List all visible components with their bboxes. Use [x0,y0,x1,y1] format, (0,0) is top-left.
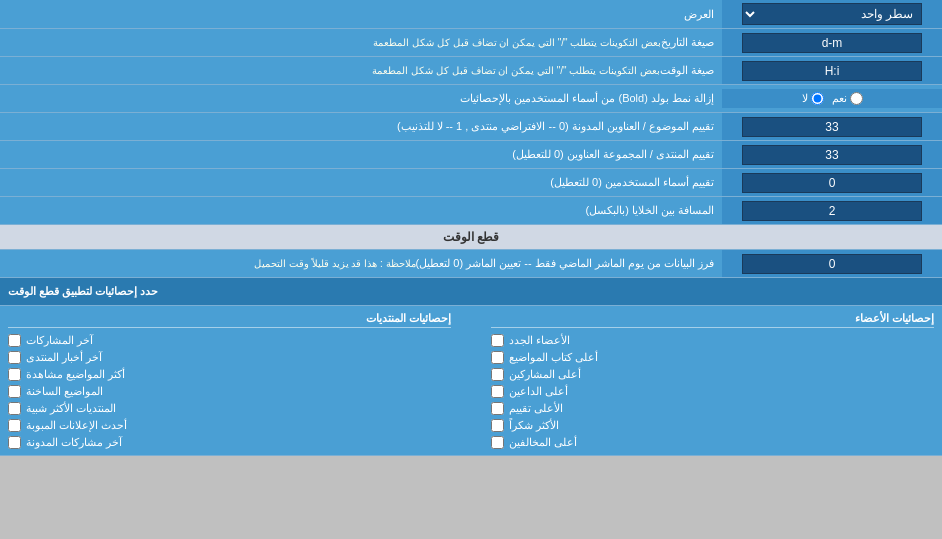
checkbox-col2-6[interactable] [491,436,504,449]
cell-distance-input[interactable]: 2 [742,201,922,221]
cell-distance-label: المسافة بين الخلايا (بالبكسل) [0,197,722,224]
date-format-input[interactable]: d-m [742,33,922,53]
display-label: العرض [0,3,722,26]
checkbox-col1-4[interactable] [8,402,21,415]
time-format-row: صيغة الوقت بعض التكوينات يتطلب "/" التي … [0,57,942,85]
forum-order-input[interactable]: 33 [742,145,922,165]
cell-distance-input-container: 2 [722,197,942,224]
bold-remove-no-label: لا [802,92,824,105]
checkbox-col2-1[interactable] [491,351,504,364]
checkbox-col1-0[interactable] [8,334,21,347]
time-format-label: صيغة الوقت بعض التكوينات يتطلب "/" التي … [0,57,722,84]
checkbox-col1-3[interactable] [8,385,21,398]
display-dropdown-container: سطر واحد سطرين ثلاثة أسطر [722,0,942,28]
topics-order-input[interactable]: 33 [742,117,922,137]
checkbox-item-col1-3: المواضيع الساخنة [8,385,451,398]
bold-remove-row: إزالة نمط بولد (Bold) من أسماء المستخدمي… [0,85,942,113]
checkbox-col2-5[interactable] [491,419,504,432]
checkbox-item-col2-5: الأكثر شكراً [491,419,934,432]
bold-remove-label: إزالة نمط بولد (Bold) من أسماء المستخدمي… [0,87,722,110]
checkbox-item-col1-1: آخر أخبار المنتدى [8,351,451,364]
bold-remove-yes-radio[interactable] [850,92,863,105]
cut-time-header: قطع الوقت [0,225,942,250]
checkbox-col1-2[interactable] [8,368,21,381]
filter-past-input-container: 0 [722,250,942,277]
checkbox-col2-3[interactable] [491,385,504,398]
display-row: العرض سطر واحد سطرين ثلاثة أسطر [0,0,942,29]
checkbox-item-col2-6: أعلى المخالفين [491,436,934,449]
checkbox-item-col2-2: أعلى المشاركين [491,368,934,381]
usernames-order-input[interactable]: 0 [742,173,922,193]
display-select[interactable]: سطر واحد سطرين ثلاثة أسطر [742,3,922,25]
bold-remove-yes-label: نعم [832,92,863,105]
checkbox-item-col1-0: آخر المشاركات [8,334,451,347]
forum-order-row: تقييم المنتدى / المجموعة العناوين (0 للت… [0,141,942,169]
time-format-input-container: H:i [722,57,942,84]
checkbox-col2-2[interactable] [491,368,504,381]
checkboxes-area: إحصائيات المنتديات آخر المشاركات آخر أخب… [0,306,942,455]
checkbox-col2-0[interactable] [491,334,504,347]
main-container: العرض سطر واحد سطرين ثلاثة أسطر صيغة الت… [0,0,942,456]
forum-order-label: تقييم المنتدى / المجموعة العناوين (0 للت… [0,141,722,168]
checkbox-item-col1-5: أحدث الإعلانات المبوبة [8,419,451,432]
checkbox-col2-4[interactable] [491,402,504,415]
cell-distance-row: المسافة بين الخلايا (بالبكسل) 2 [0,197,942,225]
forum-order-input-container: 33 [722,141,942,168]
filter-past-label: فرز البيانات من يوم الماشر الماضي فقط --… [0,250,722,277]
checkbox-col1-6[interactable] [8,436,21,449]
usernames-order-label: تقييم أسماء المستخدمين (0 للتعطيل) [0,169,722,196]
col1-checkboxes: إحصائيات المنتديات آخر المشاركات آخر أخب… [8,312,451,449]
checkbox-item-col2-4: الأعلى تقييم [491,402,934,415]
checkbox-item-col1-4: المنتديات الأكثر شبية [8,402,451,415]
bold-remove-no-radio[interactable] [811,92,824,105]
date-format-row: صيغة التاريخ بعض التكوينات يتطلب "/" الت… [0,29,942,57]
date-format-input-container: d-m [722,29,942,56]
filter-past-row: فرز البيانات من يوم الماشر الماضي فقط --… [0,250,942,278]
stats-apply-label: حدد إحصائيات لتطبيق قطع الوقت [8,285,158,298]
usernames-order-row: تقييم أسماء المستخدمين (0 للتعطيل) 0 [0,169,942,197]
checkbox-item-col1-2: أكثر المواضيع مشاهدة [8,368,451,381]
checkbox-col1-1[interactable] [8,351,21,364]
date-format-label: صيغة التاريخ بعض التكوينات يتطلب "/" الت… [0,29,722,56]
checkbox-col1-5[interactable] [8,419,21,432]
filter-past-input[interactable]: 0 [742,254,922,274]
topics-order-label: تقييم الموضوع / العناوين المدونة (0 -- ا… [0,113,722,140]
topics-order-row: تقييم الموضوع / العناوين المدونة (0 -- ا… [0,113,942,141]
col2-header: إحصائيات الأعضاء [491,312,934,328]
col2-checkboxes: إحصائيات الأعضاء الأعضاء الجدد أعلى كتاب… [491,312,934,449]
usernames-order-input-container: 0 [722,169,942,196]
checkbox-item-col1-6: آخر مشاركات المدونة [8,436,451,449]
checkbox-item-col2-0: الأعضاء الجدد [491,334,934,347]
checkbox-item-col2-1: أعلى كتاب المواضيع [491,351,934,364]
topics-order-input-container: 33 [722,113,942,140]
bold-remove-radio-container: نعم لا [722,89,942,108]
checkboxes-section: حدد إحصائيات لتطبيق قطع الوقت إحصائيات ا… [0,278,942,456]
col1-header: إحصائيات المنتديات [8,312,451,328]
stats-apply-row: حدد إحصائيات لتطبيق قطع الوقت [0,278,942,306]
checkbox-item-col2-3: أعلى الداعين [491,385,934,398]
time-format-input[interactable]: H:i [742,61,922,81]
